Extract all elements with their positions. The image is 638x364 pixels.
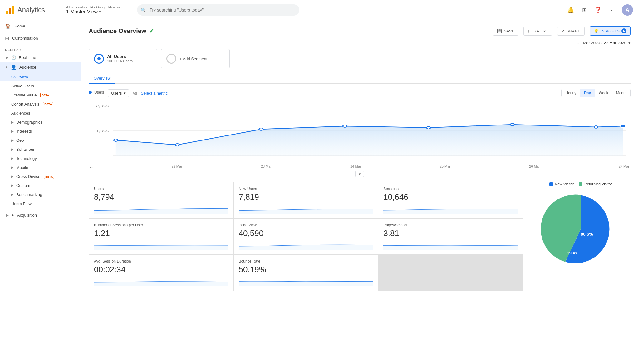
metric-value-page-views: 40,590 [239, 229, 373, 238]
metric-sparkline-users [94, 204, 228, 214]
sidebar-item-demographics[interactable]: ▶ Demographics [0, 118, 81, 127]
sidebar-label-interests: Interests [16, 129, 32, 134]
top-header: Analytics All accounts > UA - Google Mer… [0, 0, 638, 20]
sidebar-item-realtime[interactable]: ▶ 🕐 Real-time [0, 53, 81, 62]
x-label-4: 25 Mar [440, 165, 450, 168]
chevron-right-icon-geo: ▶ [11, 139, 14, 142]
svg-text:2,000: 2,000 [96, 104, 109, 108]
chevron-right-icon-benchmarking: ▶ [11, 193, 14, 196]
time-btn-hourly[interactable]: Hourly [562, 89, 580, 97]
svg-rect-1 [9, 8, 11, 14]
help-icon[interactable]: ❓ [594, 6, 602, 14]
insights-button[interactable]: 💡 INSIGHTS 6 [590, 26, 631, 36]
pie-section: New Visitor Returning Visitor [531, 182, 631, 270]
x-label-3: 24 Mar [350, 165, 361, 168]
x-label-0: ... [90, 165, 93, 168]
sidebar-label-acquisition: Acquisition [17, 213, 37, 218]
sidebar-label-audiences: Audiences [11, 111, 30, 116]
metric-value-pages-session: 3.81 [383, 229, 518, 238]
avatar[interactable]: A [622, 4, 633, 16]
sidebar-item-acquisition[interactable]: ▶ ✦ Acquisition [0, 211, 81, 220]
tab-row: Overview [89, 73, 631, 84]
pie-label-returning-visitor: Returning Visitor [584, 182, 612, 186]
cross-device-beta-badge: BETA [44, 175, 54, 179]
date-range-arrow: ▾ [628, 41, 631, 45]
sidebar-item-cross-device[interactable]: ▶ Cross Device BETA [0, 172, 81, 181]
sidebar-item-interests[interactable]: ▶ Interests [0, 127, 81, 136]
audience-icon: 👤 [11, 64, 17, 70]
pie-pct-returning-visitor: 19.4% [567, 251, 579, 255]
sidebar-item-custom[interactable]: ▶ Custom [0, 181, 81, 190]
add-segment-card[interactable]: + Add Segment [161, 49, 230, 68]
segment-pct: 100.00% Users [107, 59, 133, 63]
sidebar-label-customisation: Customisation [12, 36, 38, 41]
pie-pct-new-visitor: 80.6% [581, 232, 593, 237]
date-range-text: 21 Mar 2020 - 27 Mar 2020 [577, 41, 626, 45]
chevron-right-icon: ▶ [6, 56, 9, 59]
metrics-grid: Users 8,794 New Users 7,819 [89, 182, 523, 291]
sidebar-item-users-flow[interactable]: Users Flow [0, 199, 81, 208]
view-selector[interactable]: 1 Master View ▾ [66, 9, 127, 15]
metric-card-sessions-per-user: Number of Sessions per User 1.21 [89, 219, 233, 254]
chart-section: Users Users ▾ vs Select a metric Hourly … [89, 89, 631, 177]
sidebar-label-technology: Technology [16, 156, 37, 161]
sidebar-item-benchmarking[interactable]: ▶ Benchmarking [0, 190, 81, 199]
save-button[interactable]: 💾 SAVE [493, 27, 518, 36]
status-check-icon: ✔ [149, 27, 154, 35]
analytics-logo [5, 5, 15, 15]
acquisition-icon: ✦ [11, 213, 15, 218]
sidebar-label-audience: Audience [19, 65, 36, 70]
sidebar-item-active-users[interactable]: Active Users [0, 81, 81, 91]
sidebar-item-geo[interactable]: ▶ Geo [0, 136, 81, 145]
time-btn-day[interactable]: Day [580, 89, 595, 97]
date-range-selector[interactable]: 21 Mar 2020 - 27 Mar 2020 ▾ [577, 41, 631, 45]
chart-x-labels: ... 22 Mar 23 Mar 24 Mar 25 Mar 26 Mar 2… [89, 165, 631, 168]
content-area: Audience Overview ✔ 💾 SAVE ↓ EXPORT ↗ SH… [81, 20, 638, 364]
metric-value-sessions-per-user: 1.21 [94, 229, 228, 238]
search-input[interactable] [137, 4, 299, 16]
time-btn-week[interactable]: Week [595, 89, 612, 97]
pie-legend: New Visitor Returning Visitor [531, 182, 631, 186]
sidebar-item-overview[interactable]: Overview [0, 72, 81, 81]
sidebar-label-users-flow: Users Flow [11, 201, 32, 206]
apps-icon[interactable]: ⊞ [581, 6, 588, 14]
sidebar-item-audience[interactable]: ▼ 👤 Audience [0, 62, 81, 72]
time-btn-month[interactable]: Month [612, 89, 630, 97]
chart-point-5 [510, 123, 514, 126]
sidebar-item-lifetime-value[interactable]: Lifetime Value BETA [0, 91, 81, 100]
sidebar: 🏠 Home ⊞ Customisation REPORTS ▶ 🕐 Real-… [0, 20, 81, 364]
segment-all-users[interactable]: All Users 100.00% Users [89, 49, 157, 68]
metric-label-page-views: Page Views [239, 223, 373, 227]
sidebar-item-audiences[interactable]: Audiences [0, 109, 81, 118]
sidebar-label-active-users: Active Users [11, 84, 34, 88]
segment-dot [97, 57, 101, 60]
pie-dot-returning-visitor [579, 182, 582, 186]
time-buttons: Hourly Day Week Month [561, 89, 631, 97]
metric-value-bounce-rate: 50.19% [239, 265, 373, 274]
chart-svg: 2,000 1,000 [89, 100, 631, 162]
add-segment-label: + Add Segment [179, 57, 207, 61]
app-title: Analytics [17, 6, 45, 14]
notifications-icon[interactable]: 🔔 [567, 6, 574, 14]
select-metric-link[interactable]: Select a metric [141, 91, 168, 96]
export-button[interactable]: ↓ EXPORT [523, 27, 552, 36]
chart-point-0 [114, 139, 118, 141]
sidebar-item-home[interactable]: 🏠 Home [0, 20, 81, 32]
sidebar-item-cohort-analysis[interactable]: Cohort Analysis BETA [0, 100, 81, 109]
pie-container: 80.6% 19.4% [531, 189, 631, 270]
page-title-area: Audience Overview ✔ [89, 27, 154, 35]
metric-selector[interactable]: Users ▾ [108, 89, 129, 97]
sidebar-item-behaviour[interactable]: ▶ Behaviour [0, 145, 81, 154]
share-button[interactable]: ↗ SHARE [557, 27, 585, 36]
vs-label: vs [133, 91, 137, 96]
chart-collapse-btn[interactable]: ▾ [355, 171, 364, 177]
metric-label-sessions: Sessions [383, 187, 518, 191]
chevron-down-icon: ▼ [5, 66, 8, 69]
more-icon[interactable]: ⋮ [608, 6, 616, 14]
pie-label-new-visitor: New Visitor [555, 182, 574, 186]
tab-overview[interactable]: Overview [89, 73, 115, 84]
x-label-6: 27 Mar [619, 165, 629, 168]
sidebar-item-customisation[interactable]: ⊞ Customisation [0, 32, 81, 44]
sidebar-item-technology[interactable]: ▶ Technology [0, 154, 81, 163]
sidebar-item-mobile[interactable]: ▶ Mobile [0, 163, 81, 172]
